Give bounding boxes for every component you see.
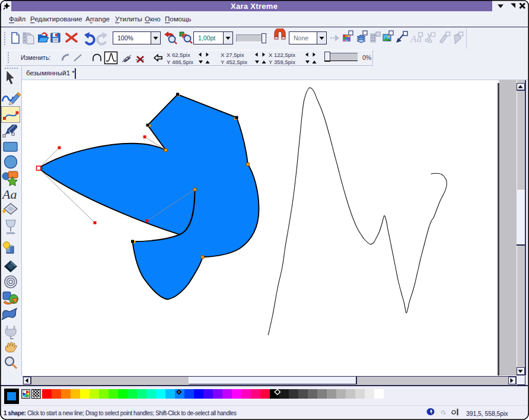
svg-text:Aa: Aa bbox=[1, 187, 17, 202]
svg-text:Изменить:: Изменить: bbox=[21, 54, 50, 61]
